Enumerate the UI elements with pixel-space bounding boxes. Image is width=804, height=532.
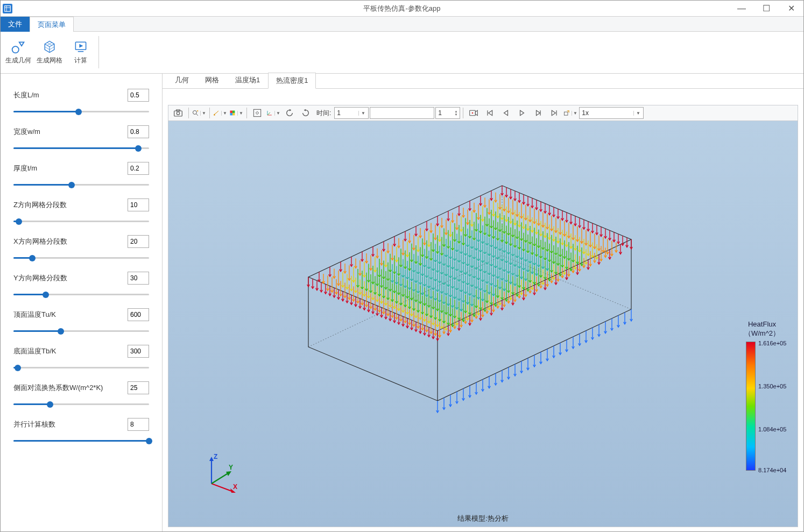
svg-line-646 <box>211 484 233 492</box>
param-input[interactable] <box>128 381 149 394</box>
compute-icon <box>73 39 88 54</box>
svg-rect-5 <box>177 110 180 111</box>
param-input[interactable] <box>128 308 149 321</box>
generate-geometry-button[interactable]: 生成几何 <box>4 34 33 70</box>
skip-last-button[interactable] <box>547 107 562 119</box>
play-button[interactable] <box>514 107 530 119</box>
svg-line-17 <box>267 112 270 115</box>
rotate-cw-button[interactable] <box>298 107 313 119</box>
menu-page[interactable]: 页面菜单 <box>30 17 74 32</box>
fit-view-button[interactable] <box>250 107 265 119</box>
result-caption: 结果模型:热分析 <box>457 514 509 523</box>
maximize-button[interactable]: ☐ <box>754 1 779 17</box>
ribbon-separator <box>98 36 99 68</box>
view-tabs: 几何 网格 温度场1 热流密度1 <box>163 74 803 89</box>
param-label: 顶面温度Tu/K <box>13 310 128 320</box>
param-input[interactable] <box>128 235 149 248</box>
legend-title: HeatFlux （W/m^2） <box>736 320 788 338</box>
param-label: Y方向网格分段数 <box>13 273 128 283</box>
time-dropdown[interactable]: 1▼ <box>334 107 369 119</box>
svg-rect-23 <box>565 112 568 115</box>
svg-line-7 <box>196 114 198 115</box>
rotate-ccw-button[interactable] <box>282 107 297 119</box>
param-row: 厚度t/m <box>13 162 149 189</box>
tab-temperature[interactable]: 温度场1 <box>227 72 268 88</box>
param-input[interactable] <box>128 89 149 102</box>
param-slider[interactable] <box>13 217 149 225</box>
parameter-panel: 长度L/m 宽度w/m 厚度t/m Z方向网格分段数 <box>1 74 162 532</box>
param-input[interactable] <box>128 345 149 358</box>
axis-view-button[interactable]: ▼ <box>266 107 281 119</box>
svg-text:Z: Z <box>214 453 217 460</box>
param-row: 顶面温度Tu/K <box>13 308 149 335</box>
svg-rect-13 <box>232 113 235 115</box>
time-slider[interactable] <box>370 107 434 119</box>
step-fwd-button[interactable] <box>531 107 546 119</box>
param-slider[interactable] <box>13 253 149 262</box>
param-input[interactable] <box>128 125 149 138</box>
svg-point-9 <box>214 114 215 115</box>
speed-dropdown[interactable]: 1x▼ <box>579 107 644 119</box>
compute-button[interactable]: 计算 <box>66 34 95 70</box>
param-label: 宽度w/m <box>13 127 128 137</box>
param-slider[interactable] <box>13 327 149 335</box>
param-label: 底面温度Tb/K <box>13 346 128 356</box>
frame-stepper[interactable]: 1▲▼ <box>435 107 460 119</box>
param-input[interactable] <box>128 162 149 175</box>
generate-geometry-label: 生成几何 <box>5 56 31 65</box>
svg-point-1 <box>12 46 19 53</box>
color-cube-button[interactable]: ▼ <box>229 107 244 119</box>
zoom-button[interactable]: ✦▼ <box>192 107 207 119</box>
skip-first-button[interactable] <box>482 107 497 119</box>
param-row: Y方向网格分段数 <box>13 272 149 299</box>
param-label: 侧面对流换热系数W/(m^2*K) <box>13 383 128 393</box>
view-area: ✦▼ ▼ ▼ ▼ 时间: 1▼ 1▲▼ ▼ <box>163 89 803 532</box>
window-title: 平板传热仿真-参数化app <box>363 4 440 13</box>
svg-point-6 <box>193 111 196 115</box>
param-label: Z方向网格分段数 <box>13 200 128 210</box>
brush-button[interactable]: ▼ <box>213 107 228 119</box>
record-button[interactable] <box>466 107 481 119</box>
svg-rect-12 <box>230 113 232 115</box>
tab-geometry[interactable]: 几何 <box>167 72 197 88</box>
minimize-button[interactable]: — <box>729 1 754 17</box>
tab-heatflux[interactable]: 热流密度1 <box>268 73 316 89</box>
param-slider[interactable] <box>13 363 149 372</box>
param-input[interactable] <box>128 198 149 211</box>
param-row: 长度L/m <box>13 89 149 116</box>
param-input[interactable] <box>128 272 149 285</box>
ribbon: 生成几何 生成网格 计算 <box>1 32 803 74</box>
param-slider[interactable] <box>13 144 149 152</box>
export-button[interactable]: ▼ <box>563 107 578 119</box>
svg-text:X: X <box>233 483 237 491</box>
step-back-button[interactable] <box>498 107 513 119</box>
color-legend: HeatFlux （W/m^2） 1.616e+05 1.350e+05 1.0… <box>736 320 788 471</box>
screenshot-button[interactable] <box>171 107 186 119</box>
compute-label: 计算 <box>74 56 87 65</box>
menu-file[interactable]: 文件 <box>1 17 30 32</box>
svg-point-19 <box>472 112 474 114</box>
param-input[interactable] <box>128 418 149 431</box>
param-slider[interactable] <box>13 400 149 408</box>
3d-viewport[interactable]: Z X Y HeatFlux （W/m^2） 1.616e+05 1.350e+… <box>168 121 798 527</box>
svg-rect-0 <box>5 5 11 11</box>
param-label: 长度L/m <box>13 90 128 100</box>
generate-mesh-button[interactable]: 生成网格 <box>35 34 64 70</box>
svg-text:Y: Y <box>229 464 233 471</box>
param-slider[interactable] <box>13 436 149 445</box>
param-slider[interactable] <box>13 290 149 299</box>
app-icon <box>3 4 12 13</box>
param-slider[interactable] <box>13 180 149 189</box>
param-slider[interactable] <box>13 107 149 116</box>
param-label: X方向网格分段数 <box>13 237 128 246</box>
close-button[interactable]: ✕ <box>779 1 803 17</box>
param-row: X方向网格分段数 <box>13 235 149 262</box>
viewer-toolbar: ✦▼ ▼ ▼ ▼ 时间: 1▼ 1▲▼ ▼ <box>168 105 798 121</box>
generate-mesh-label: 生成网格 <box>37 56 62 65</box>
tab-mesh[interactable]: 网格 <box>197 72 227 88</box>
svg-rect-11 <box>232 111 235 113</box>
time-label: 时间: <box>316 109 331 118</box>
heat-flux-vectors <box>244 143 642 455</box>
param-row: 并行计算核数 <box>13 418 149 445</box>
param-row: 底面温度Tb/K <box>13 345 149 372</box>
